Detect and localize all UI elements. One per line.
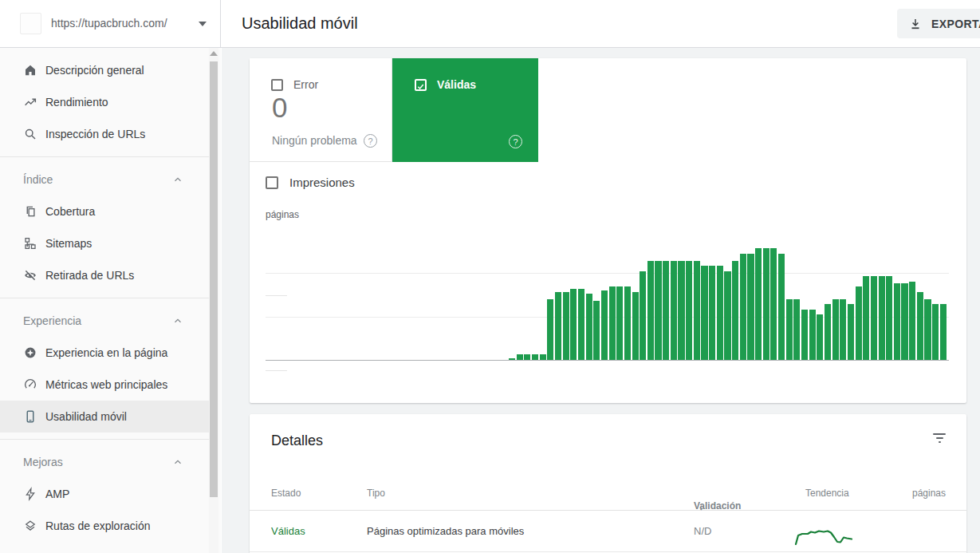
chart-bar[interactable] (924, 299, 931, 360)
sidebar-item-experiencia-en-la-p-gina[interactable]: Experiencia en la página (0, 337, 209, 369)
chart-bar[interactable] (524, 354, 530, 360)
chart-bar[interactable] (616, 286, 623, 360)
valid-status-card[interactable]: Válidas ? (392, 58, 538, 162)
sidebar-item-inspecci-n-de-urls[interactable]: Inspección de URLs (0, 118, 209, 150)
chart-bar[interactable] (601, 290, 608, 360)
chart-bar[interactable] (793, 299, 800, 360)
chart-bar[interactable] (655, 261, 661, 360)
chart-bar[interactable] (886, 276, 892, 360)
sidebar-item-rendimiento[interactable]: Rendimiento (0, 86, 209, 118)
chart-bar[interactable] (817, 314, 823, 360)
chart-bar[interactable] (770, 248, 777, 360)
chart-bar[interactable] (701, 266, 707, 360)
chart-bar[interactable] (932, 304, 939, 360)
chart-bar[interactable] (825, 304, 831, 360)
chart-bar[interactable] (555, 292, 561, 360)
chart-bar[interactable] (909, 282, 915, 360)
sidebar-item-retirada-de-urls[interactable]: Retirada de URLs (0, 259, 209, 291)
chart-bar[interactable] (586, 294, 592, 360)
sidebar-section-experiencia[interactable]: Experiencia (0, 305, 209, 337)
sidebar-scrollbar[interactable] (209, 48, 218, 553)
chart-bar[interactable] (863, 276, 869, 360)
sidebar-item-label: Métricas web principales (45, 378, 167, 391)
chart-bar[interactable] (678, 261, 684, 360)
chart-bar[interactable] (624, 286, 631, 360)
chart-bar[interactable] (717, 266, 723, 360)
error-checkbox[interactable] (271, 79, 283, 91)
chart-bar[interactable] (848, 304, 854, 360)
chart-bar[interactable] (832, 299, 839, 360)
chart-bar[interactable] (786, 299, 793, 360)
chart-bar[interactable] (871, 276, 877, 360)
chart-bar[interactable] (747, 254, 754, 360)
sidebar-item-cobertura[interactable]: Cobertura (0, 196, 209, 227)
sidebar-item-label: Rutas de exploración (45, 519, 151, 532)
chart-bar[interactable] (901, 283, 907, 360)
chart-bar[interactable] (809, 310, 816, 360)
chevron-up-icon[interactable] (172, 315, 183, 326)
gridline-stub (266, 295, 287, 296)
sidebar-section-mejoras[interactable]: Mejoras (0, 446, 209, 478)
chart-bar[interactable] (686, 261, 692, 360)
help-icon[interactable]: ? (364, 134, 377, 148)
export-button[interactable]: EXPORTAR (897, 9, 980, 38)
chart-bar[interactable] (724, 271, 730, 360)
sidebar-item-descripci-n-general[interactable]: Descripción general (0, 54, 209, 86)
sidebar-section-ndice[interactable]: Índice (0, 164, 209, 196)
column-header-tendencia[interactable]: Tendencia (805, 488, 849, 499)
chart-bar[interactable] (593, 301, 600, 360)
chart-bar[interactable] (778, 254, 785, 360)
chart-bar[interactable] (671, 261, 677, 360)
chart-bar[interactable] (632, 292, 639, 360)
chart-bar[interactable] (517, 354, 523, 360)
property-selector[interactable]: https://tupacbruch.com/ (0, 0, 221, 47)
valid-checkbox[interactable] (415, 79, 427, 91)
help-icon[interactable]: ? (509, 135, 522, 148)
chart-bar[interactable] (894, 283, 900, 360)
sidebar-divider (0, 298, 209, 298)
column-header-paginas[interactable]: páginas (912, 488, 946, 499)
sidebar-item-usabilidad-m-vil[interactable]: Usabilidad móvil (0, 401, 209, 433)
chart-bar[interactable] (755, 248, 762, 360)
impressions-checkbox[interactable] (266, 176, 278, 189)
scrollbar-thumb[interactable] (210, 61, 218, 497)
chevron-up-icon[interactable] (172, 174, 183, 185)
scroll-up-arrow-icon[interactable] (210, 51, 218, 56)
chart-bar[interactable] (547, 299, 553, 360)
sidebar-item-sitemaps[interactable]: Sitemaps (0, 227, 209, 259)
chart-bar[interactable] (563, 292, 569, 360)
column-header-estado[interactable]: Estado (271, 488, 301, 499)
table-row[interactable]: Válidas Páginas optimizadas para móviles… (250, 511, 966, 552)
sidebar-item-cuadro-de-b-squeda-de-enlaces-de-sitio[interactable]: Cuadro de búsqueda de enlaces de sitio (0, 542, 209, 553)
impressions-toggle[interactable]: Impresiones (266, 176, 355, 189)
sidebar-item-amp[interactable]: AMP (0, 478, 209, 510)
chart-bar[interactable] (540, 354, 546, 360)
sidebar-item-rutas-de-exploraci-n[interactable]: Rutas de exploración (0, 510, 209, 542)
chart-bar[interactable] (940, 304, 947, 360)
sidebar-item-m-tricas-web-principales[interactable]: Métricas web principales (0, 369, 209, 401)
filter-icon[interactable] (932, 433, 947, 446)
check-icon (416, 81, 425, 93)
chart-bar[interactable] (532, 354, 538, 360)
chart-bar[interactable] (879, 276, 885, 360)
chart-bar[interactable] (740, 254, 746, 360)
chart-bar[interactable] (856, 286, 862, 360)
chart-bar[interactable] (840, 299, 846, 360)
chart-bar[interactable] (709, 266, 715, 360)
chart-bar[interactable] (640, 271, 646, 360)
chart-bar[interactable] (578, 289, 584, 360)
chart-bar[interactable] (917, 292, 923, 360)
caret-down-icon (199, 22, 207, 26)
chart-bar[interactable] (570, 289, 577, 360)
chart-bar[interactable] (663, 261, 669, 360)
column-header-tipo[interactable]: Tipo (367, 488, 385, 499)
chevron-up-icon[interactable] (172, 456, 183, 468)
chart-bar[interactable] (763, 248, 769, 360)
chart-bar[interactable] (509, 358, 515, 360)
chart-bar[interactable] (732, 261, 738, 360)
chart-bar[interactable] (609, 286, 616, 360)
chart-bar[interactable] (647, 261, 654, 360)
chart-bar[interactable] (694, 261, 700, 360)
error-status-card[interactable]: Error 0 Ningún problema ? (250, 58, 392, 162)
chart-bar[interactable] (801, 310, 808, 360)
